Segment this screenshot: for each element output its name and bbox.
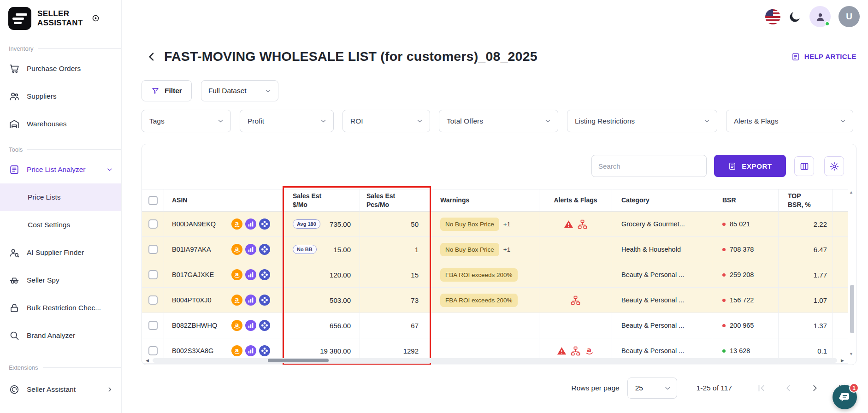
column-header-asin[interactable]: ASIN (164, 189, 283, 212)
product-group-icon[interactable] (259, 269, 270, 280)
sitemap-icon[interactable] (570, 295, 581, 306)
columns-button[interactable] (794, 156, 814, 176)
row-checkbox[interactable] (148, 295, 158, 305)
sitemap-icon[interactable] (577, 219, 588, 230)
amazon-icon[interactable]: a (231, 218, 242, 230)
sidebar-item-cost-settings[interactable]: Cost Settings (0, 211, 121, 239)
column-header-category[interactable]: Category (612, 189, 712, 212)
vertical-scroll-thumb[interactable] (850, 285, 854, 333)
filter-dropdown-total-offers[interactable]: Total Offers (439, 110, 558, 132)
column-header-sales-est-pcs-mo[interactable]: Sales EstPcs/Mo (360, 189, 431, 212)
dataset-selector[interactable]: Full Dataset (201, 80, 278, 101)
seller-spy-icon (9, 275, 20, 286)
sidebar-collapse-icon[interactable] (91, 14, 100, 23)
scroll-left-arrow[interactable]: ◀ (146, 359, 149, 363)
horizontal-scroll-track[interactable] (153, 358, 837, 363)
row-checkbox[interactable] (148, 321, 158, 330)
filter-dropdown-roi[interactable]: ROI (342, 110, 430, 132)
horizontal-scroll-thumb[interactable] (268, 359, 329, 362)
asin-value[interactable]: B004PT0XJ0 (172, 296, 211, 304)
scroll-right-arrow[interactable]: ▶ (841, 359, 844, 363)
column-header-bsr[interactable]: BSR (712, 189, 779, 212)
warning-chip[interactable]: FBA ROI exceeds 200% (440, 268, 518, 282)
asin-value[interactable]: B017GAJXKE (172, 271, 214, 278)
filter-button[interactable]: Filter (142, 80, 192, 101)
sidebar-item-purchase-orders[interactable]: Purchase Orders (0, 55, 121, 83)
sidebar-item-bulk-restriction-chec[interactable]: Bulk Restriction Chec... (0, 294, 121, 322)
asin-value[interactable]: B002S3XA8G (172, 347, 213, 354)
chart-icon[interactable] (245, 269, 256, 280)
product-group-icon[interactable] (259, 295, 270, 306)
asin-value[interactable]: B01IA97AKA (172, 246, 211, 253)
first-page-button[interactable] (756, 383, 767, 394)
user-avatar[interactable]: U (838, 6, 860, 27)
sidebar-item-price-list-analyzer[interactable]: Price List Analyzer (0, 156, 121, 183)
column-header-warnings[interactable]: Warnings (431, 189, 539, 212)
asin-value[interactable]: B00DAN9EKQ (172, 220, 216, 228)
scroll-down-arrow[interactable]: ▼ (849, 352, 853, 356)
amazon-icon[interactable]: a (231, 295, 242, 306)
chart-icon[interactable] (245, 345, 256, 356)
filter-dropdown-listing-restrictions[interactable]: Listing Restrictions (567, 110, 717, 132)
sidebar-item-seller-spy[interactable]: Seller Spy (0, 266, 121, 294)
prev-page-button[interactable] (783, 383, 794, 394)
dark-mode-toggle-icon[interactable] (788, 10, 802, 24)
vertical-scrollbar[interactable]: ▲ ▼ (849, 190, 855, 356)
sidebar-item-suppliers[interactable]: Suppliers (0, 83, 121, 110)
account-button[interactable] (809, 6, 831, 27)
filter-dropdown-profit[interactable]: Profit (240, 110, 334, 132)
svg-text:a: a (587, 346, 591, 353)
column-header-top-bsr[interactable]: TOPBSR, % (779, 189, 833, 212)
select-all-checkbox[interactable] (148, 196, 158, 205)
help-article-link[interactable]: HELP ARTICLE (791, 52, 856, 61)
sitemap-icon[interactable] (570, 346, 581, 356)
row-checkbox[interactable] (148, 270, 158, 279)
warning-chip[interactable]: No Buy Box Price (440, 243, 499, 256)
next-page-button[interactable] (809, 383, 821, 394)
chart-icon[interactable] (245, 218, 256, 230)
bsr-cell: 708 378 (712, 237, 779, 262)
amazon-icon[interactable]: a (231, 345, 242, 356)
amazon-alert-icon[interactable]: a (584, 346, 595, 356)
chart-icon[interactable] (245, 295, 256, 306)
amazon-icon[interactable]: a (231, 269, 242, 280)
scroll-up-arrow[interactable]: ▲ (849, 190, 853, 195)
asin-value[interactable]: B082ZBHWHQ (172, 322, 217, 329)
language-flag-icon[interactable] (765, 9, 780, 24)
rows-per-page-selector[interactable]: 25 (627, 378, 677, 399)
warning-chip[interactable]: FBA ROI exceeds 200% (440, 294, 518, 307)
product-group-icon[interactable] (259, 345, 270, 356)
warning-more-count[interactable]: +1 (503, 246, 510, 253)
warning-triangle-icon[interactable] (556, 346, 567, 356)
row-checkbox[interactable] (148, 219, 158, 229)
bsr-cell: 200 965 (712, 313, 779, 338)
warning-chip[interactable]: No Buy Box Price (440, 218, 499, 231)
sidebar-item-warehouses[interactable]: Warehouses (0, 110, 121, 138)
sidebar-item-brand-analyzer[interactable]: Brand Analyzer (0, 322, 121, 349)
back-button[interactable] (146, 51, 158, 63)
sidebar-item-seller-assistant[interactable]: Seller Assistant (0, 376, 121, 403)
warning-more-count[interactable]: +1 (503, 221, 510, 228)
table-settings-button[interactable] (824, 156, 844, 176)
chat-launcher[interactable]: 1 (833, 385, 857, 409)
amazon-icon[interactable]: a (231, 244, 242, 255)
product-group-icon[interactable] (259, 244, 270, 255)
search-input[interactable] (591, 155, 707, 177)
sidebar-item-ai-supplier-finder[interactable]: AI Supplier Finder (0, 239, 121, 266)
row-checkbox[interactable] (148, 245, 158, 254)
filter-dropdown-alerts-flags[interactable]: Alerts & Flags (726, 110, 853, 132)
row-checkbox[interactable] (148, 346, 158, 355)
product-group-icon[interactable] (259, 320, 270, 331)
sidebar-item-price-lists[interactable]: Price Lists (0, 183, 121, 211)
warning-triangle-icon[interactable] (563, 219, 574, 230)
export-button[interactable]: EXPORT (714, 155, 786, 177)
amazon-icon[interactable]: a (231, 320, 242, 331)
column-header-alerts-flags[interactable]: Alerts & Flags (539, 189, 612, 212)
chart-icon[interactable] (245, 320, 256, 331)
brand-line2: ASSISTANT (37, 18, 83, 28)
horizontal-scrollbar[interactable]: ◀ ▶ (146, 358, 844, 363)
chart-icon[interactable] (245, 244, 256, 255)
column-header-sales-est-mo[interactable]: Sales Est$/Mo (283, 189, 360, 212)
product-group-icon[interactable] (259, 218, 270, 230)
filter-dropdown-tags[interactable]: Tags (142, 110, 231, 132)
